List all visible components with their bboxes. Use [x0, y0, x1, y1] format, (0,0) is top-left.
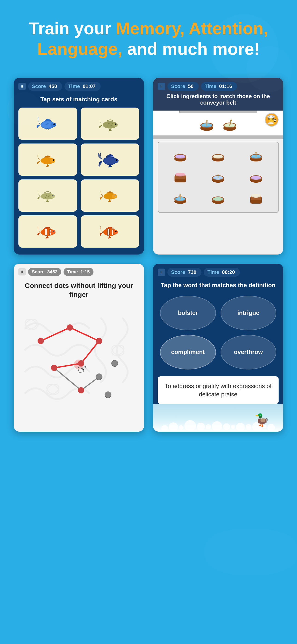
cooking-pause-button[interactable]: ⏸ — [158, 83, 165, 90]
dots-time-pill: Time 1:15 — [64, 268, 94, 276]
svg-point-41 — [53, 231, 54, 232]
dots-play-area[interactable]: ☞ — [14, 304, 144, 419]
dots-pause-icon: ⏸ — [20, 270, 24, 274]
fish-time-pill: Time 01:07 — [64, 82, 100, 91]
word-pause-button[interactable]: ⏸ — [158, 268, 165, 276]
screens-grid: ⏸ Score 450 Time 01:07 Tap sets of match… — [0, 73, 297, 450]
word-time-value: 00:20 — [222, 269, 235, 275]
svg-point-4 — [54, 124, 54, 124]
svg-point-29 — [45, 197, 46, 198]
ingredient-tray — [158, 142, 278, 212]
svg-point-26 — [53, 195, 54, 196]
fish-pause-button[interactable]: ⏸ — [18, 83, 26, 90]
fish-card-1[interactable] — [18, 108, 77, 140]
svg-point-103 — [252, 194, 260, 197]
clownfish-2 — [98, 221, 123, 242]
svg-point-34 — [115, 195, 116, 196]
svg-point-56 — [206, 120, 208, 122]
svg-point-50 — [116, 231, 116, 232]
svg-point-15 — [53, 160, 54, 161]
fish-card-3[interactable] — [18, 144, 77, 176]
fish-score-pill: Score 450 — [28, 82, 62, 91]
small-spotted-fish — [35, 185, 60, 206]
svg-point-11 — [107, 126, 108, 126]
svg-line-110 — [54, 368, 81, 390]
fish-card-6[interactable] — [81, 180, 140, 212]
spotted-fish — [98, 113, 123, 134]
cooking-time-value: 01:16 — [219, 84, 232, 89]
hero-section: Train your Memory, Attention, Language, … — [0, 0, 297, 73]
dots-score-value: 3452 — [47, 269, 58, 274]
svg-point-62 — [230, 120, 232, 122]
svg-point-99 — [214, 197, 223, 200]
dots-pause-button[interactable]: ⏸ — [18, 268, 26, 276]
svg-point-49 — [115, 231, 116, 232]
svg-point-6 — [113, 123, 118, 127]
fish-card-7[interactable] — [18, 215, 77, 248]
fish-card-grid — [14, 108, 144, 254]
orange-fish — [35, 149, 60, 170]
svg-point-2 — [51, 122, 56, 127]
ingredient-7[interactable] — [163, 189, 198, 207]
svg-point-118 — [78, 387, 84, 394]
svg-point-12 — [112, 123, 113, 124]
conveyor-bowl-2 — [222, 116, 238, 132]
fish-card-5[interactable] — [18, 180, 77, 212]
word-intrigue[interactable]: intrigue — [220, 296, 276, 330]
svg-point-21 — [116, 160, 117, 161]
svg-point-9 — [108, 123, 110, 124]
svg-line-114 — [81, 341, 99, 363]
word-compliment[interactable]: compliment — [160, 335, 216, 370]
word-status-bar: ⏸ Score 730 Time 00:20 — [153, 264, 283, 279]
ingredient-5[interactable] — [201, 168, 235, 186]
fish-time-value: 01:07 — [83, 84, 96, 89]
cooking-score-pill: Score 50 — [168, 82, 199, 91]
svg-point-16 — [54, 160, 54, 160]
word-score-pill: Score 730 — [168, 268, 202, 277]
hero-title-orange1: Memory, Attention, — [116, 19, 268, 38]
word-pause-icon: ⏸ — [160, 270, 163, 274]
svg-line-112 — [41, 327, 70, 341]
word-bolster[interactable]: bolster — [160, 296, 216, 330]
dots-score-label: Score — [32, 269, 45, 274]
fish-memory-screen: ⏸ Score 450 Time 01:07 Tap sets of match… — [14, 78, 144, 254]
conveyor-bowl-1 — [199, 116, 215, 132]
cooking-status-bar: ⏸ Score 50 Time 01:16 — [153, 78, 283, 93]
svg-point-76 — [255, 152, 257, 154]
word-overthrow[interactable]: overthrow — [220, 335, 276, 370]
hero-title-white2: and much more! — [122, 40, 260, 58]
fish-card-2[interactable] — [81, 108, 140, 140]
fish-status-bar: ⏸ Score 450 Time 01:07 — [14, 78, 144, 93]
rubber-duck: 🦆 — [254, 413, 269, 427]
svg-point-119 — [96, 374, 102, 380]
conveyor-belt: 👨‍🍳 — [153, 110, 283, 136]
word-bubbles-grid: bolster intrigue compliment overthrow — [153, 294, 283, 374]
ingredient-3[interactable] — [239, 147, 273, 165]
svg-point-30 — [50, 195, 50, 196]
ingredient-4[interactable] — [163, 168, 198, 186]
svg-point-40 — [50, 230, 56, 234]
fish-card-4[interactable] — [81, 144, 140, 176]
svg-point-121 — [67, 324, 73, 330]
dots-svg — [14, 304, 144, 419]
svg-point-32 — [112, 194, 117, 198]
cooking-time-label: Time — [205, 84, 216, 89]
word-score-label: Score — [171, 269, 185, 275]
svg-point-89 — [252, 176, 260, 179]
svg-point-33 — [115, 195, 116, 196]
svg-point-27 — [46, 195, 47, 196]
hero-title-orange2: Language, — [37, 40, 122, 58]
dark-blue-betta — [98, 148, 123, 171]
svg-point-117 — [51, 364, 57, 371]
ingredient-6[interactable] — [239, 168, 273, 186]
ingredient-2[interactable] — [201, 147, 235, 165]
word-time-label: Time — [208, 269, 219, 275]
ingredient-8[interactable] — [201, 189, 235, 207]
word-instruction: Tap the word that matches the definition — [153, 279, 283, 294]
svg-point-25 — [52, 195, 54, 196]
svg-point-20 — [113, 158, 118, 163]
fish-card-8[interactable] — [81, 215, 140, 248]
blue-betta-fish — [35, 112, 60, 135]
ingredient-9[interactable] — [239, 189, 273, 207]
ingredient-1[interactable] — [163, 147, 198, 165]
